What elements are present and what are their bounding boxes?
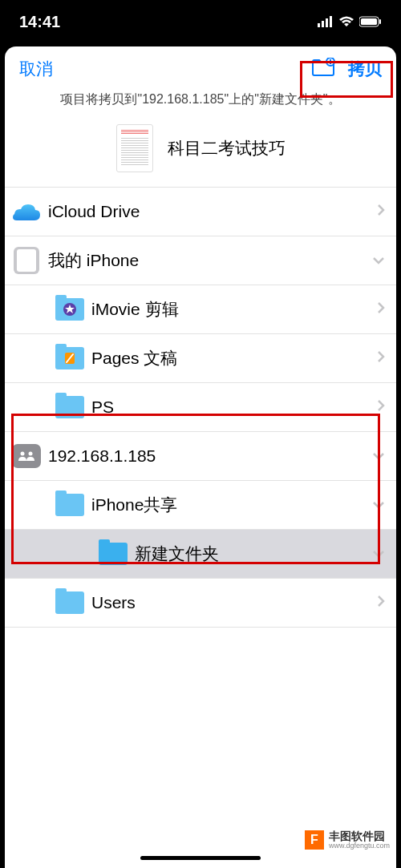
row-label: iMovie 剪辑 bbox=[91, 298, 377, 321]
row-pages[interactable]: Pages 文稿 bbox=[5, 334, 396, 383]
chevron-right-icon bbox=[377, 399, 385, 415]
folder-icon bbox=[55, 591, 84, 614]
chevron-right-icon bbox=[377, 301, 385, 317]
svg-rect-5 bbox=[361, 18, 377, 25]
row-label: Pages 文稿 bbox=[91, 347, 377, 369]
svg-rect-3 bbox=[330, 16, 332, 27]
chevron-right-icon bbox=[377, 595, 385, 611]
notch bbox=[136, 0, 265, 24]
chevron-down-icon bbox=[372, 498, 385, 512]
iphone-icon bbox=[14, 247, 39, 274]
cancel-button[interactable]: 取消 bbox=[19, 58, 53, 80]
icloud-icon bbox=[12, 201, 41, 222]
chevron-right-icon bbox=[377, 350, 385, 366]
document-thumbnail-icon bbox=[116, 124, 153, 172]
document-title: 科目二考试技巧 bbox=[168, 137, 286, 159]
row-label: iCloud Drive bbox=[48, 202, 377, 221]
svg-rect-1 bbox=[322, 21, 324, 27]
row-label: Users bbox=[91, 593, 377, 612]
row-iphone[interactable]: 我的 iPhone bbox=[5, 236, 396, 285]
status-time: 14:41 bbox=[19, 13, 60, 31]
chevron-down-icon bbox=[372, 449, 385, 463]
chevron-down-icon bbox=[372, 253, 385, 268]
folder-icon bbox=[55, 298, 84, 321]
battery-icon bbox=[359, 16, 382, 27]
cellular-icon bbox=[318, 16, 334, 27]
folder-icon bbox=[99, 543, 128, 565]
row-label: 192.168.1.185 bbox=[48, 446, 372, 466]
location-list: iCloud Drive 我的 iPhone iMovie 剪辑 Pages 文… bbox=[5, 187, 396, 868]
row-new-folder[interactable]: 新建文件夹 bbox=[5, 530, 396, 579]
shared-server-icon bbox=[12, 444, 41, 468]
row-imovie[interactable]: iMovie 剪辑 bbox=[5, 285, 396, 334]
copy-button[interactable]: 拷贝 bbox=[348, 58, 382, 80]
row-label: iPhone共享 bbox=[91, 494, 372, 516]
folder-icon bbox=[55, 347, 84, 369]
chevron-right-icon bbox=[377, 204, 385, 220]
folder-icon bbox=[55, 494, 84, 516]
row-ps[interactable]: PS bbox=[5, 383, 396, 432]
folder-icon bbox=[55, 396, 84, 418]
status-bar: 14:41 bbox=[0, 0, 401, 43]
svg-rect-6 bbox=[379, 19, 381, 24]
svg-point-11 bbox=[29, 452, 33, 456]
watermark-logo-icon: F bbox=[305, 830, 324, 850]
home-indicator[interactable] bbox=[140, 856, 261, 860]
watermark-url: www.dgfengtu.com bbox=[329, 842, 390, 850]
row-icloud[interactable]: iCloud Drive bbox=[5, 188, 396, 236]
row-label: PS bbox=[91, 398, 377, 417]
new-folder-icon[interactable] bbox=[311, 58, 335, 80]
row-iphone-share[interactable]: iPhone共享 bbox=[5, 481, 396, 530]
svg-point-10 bbox=[21, 452, 25, 456]
svg-rect-2 bbox=[326, 18, 328, 27]
document-preview: 科目二考试技巧 bbox=[5, 118, 396, 187]
watermark-label: 丰图软件园 bbox=[329, 830, 390, 842]
svg-rect-0 bbox=[318, 23, 320, 27]
copy-subtitle: 项目将拷贝到"192.168.1.185"上的"新建文件夹"。 bbox=[5, 88, 396, 118]
wifi-icon bbox=[338, 16, 354, 27]
row-users[interactable]: Users bbox=[5, 579, 396, 628]
watermark: F 丰图软件园 www.dgfengtu.com bbox=[305, 830, 390, 850]
nav-bar: 取消 拷贝 bbox=[5, 46, 396, 88]
row-server[interactable]: 192.168.1.185 bbox=[5, 432, 396, 481]
status-icons bbox=[318, 16, 382, 27]
chevron-down-icon bbox=[372, 547, 385, 561]
copy-sheet: 取消 拷贝 项目将拷贝到"192.168.1.185"上的"新建文件夹"。 科目… bbox=[5, 46, 396, 868]
row-label: 新建文件夹 bbox=[135, 543, 372, 565]
row-label: 我的 iPhone bbox=[48, 249, 372, 272]
